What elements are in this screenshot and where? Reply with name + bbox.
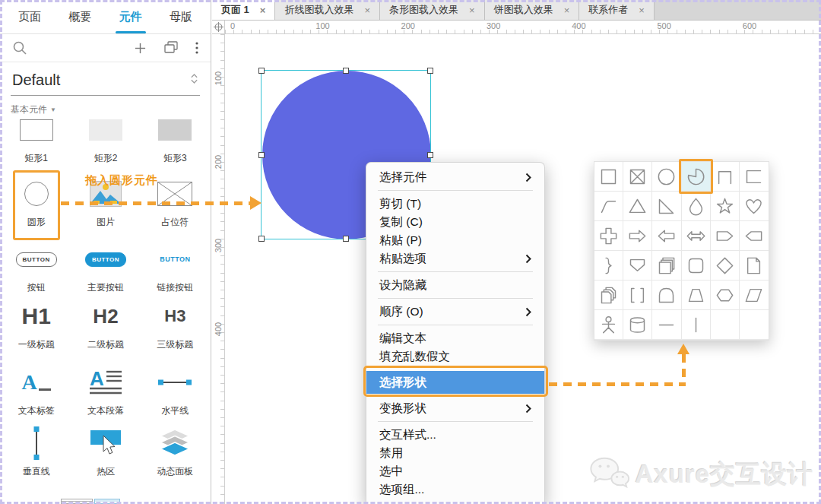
widget-h2[interactable]: H2二级标题 <box>71 299 140 351</box>
close-icon[interactable]: × <box>564 5 570 15</box>
widget-h-line[interactable]: 水平线 <box>141 365 210 417</box>
search-icon[interactable] <box>12 40 27 55</box>
menu-item-选择元件[interactable]: 选择元件 <box>366 168 544 186</box>
shape-option-diamond[interactable] <box>711 251 740 281</box>
shape-option-pentagon-right[interactable] <box>711 221 740 251</box>
shape-option-brace-right[interactable] <box>594 251 623 281</box>
document-tab[interactable]: 折线图载入效果× <box>275 0 380 20</box>
menu-item-设为隐藏[interactable]: 设为隐藏 <box>366 276 544 294</box>
shape-option-banner-down[interactable] <box>623 251 652 281</box>
widget-button-link[interactable]: BUTTON链接按钮 <box>141 242 210 294</box>
menu-item-粘贴选项[interactable]: 粘贴选项 <box>366 249 544 268</box>
selection-handle[interactable] <box>343 236 349 242</box>
selection-handle[interactable] <box>343 68 349 74</box>
menu-item-选择形状[interactable]: 选择形状 <box>366 371 544 394</box>
widget-rect3[interactable]: 矩形3 <box>141 113 210 165</box>
shape-option-circle[interactable] <box>652 162 681 192</box>
widget-hotspot[interactable]: 热区 <box>71 426 140 478</box>
shape-option-database[interactable] <box>623 310 652 340</box>
shape-option-stack-docs[interactable] <box>594 281 623 310</box>
widget-rect2[interactable]: 矩形2 <box>71 113 140 165</box>
shape-option-stack-squares[interactable] <box>652 251 681 281</box>
kebab-menu-icon[interactable] <box>195 42 198 54</box>
shape-option-xbox[interactable] <box>623 162 652 192</box>
widget-h1[interactable]: H1一级标题 <box>2 299 71 351</box>
shape-option-hexagon[interactable] <box>711 281 740 310</box>
widget-text-label[interactable]: A文本标签 <box>2 365 71 417</box>
selection-handle[interactable] <box>258 68 265 74</box>
menu-item-label: 禁用 <box>379 445 403 461</box>
pages-icon[interactable] <box>163 41 179 55</box>
shape-option-pentagon-left[interactable] <box>740 221 769 251</box>
shape-option-trapezoid[interactable] <box>682 281 711 310</box>
shape-option-teardrop[interactable] <box>682 192 711 221</box>
document-tab[interactable]: 页面 1× <box>212 0 275 20</box>
menu-item-粘贴P[interactable]: 粘贴 (P) <box>366 231 544 249</box>
shape-option-square[interactable] <box>594 162 623 192</box>
shape-option-arrow-double[interactable] <box>682 221 711 251</box>
shape-option-actor[interactable] <box>594 310 623 340</box>
document-tab[interactable]: 条形图载入效果× <box>380 0 485 20</box>
close-icon[interactable]: × <box>469 5 475 15</box>
menu-item-编辑文本[interactable]: 编辑文本 <box>366 329 544 347</box>
selection-handle[interactable] <box>258 236 265 242</box>
shape-option-open-right[interactable] <box>740 162 769 192</box>
menu-item-剪切T[interactable]: 剪切 (T) <box>366 195 544 213</box>
shape-option-arrow-right[interactable] <box>623 221 652 251</box>
library-select[interactable]: Default <box>11 68 200 96</box>
shape-option-h-line[interactable] <box>652 310 681 340</box>
teardrop-icon <box>686 196 706 217</box>
widget-v-line[interactable]: 垂直线 <box>2 426 71 478</box>
document-tab-label: 饼图载入效果 <box>494 3 553 17</box>
widget-dynamic-panel[interactable]: 动态面板 <box>141 426 210 478</box>
menu-item-填充乱数假文[interactable]: 填充乱数假文 <box>366 347 544 366</box>
shape-option-v-line[interactable] <box>682 310 711 340</box>
panel-tab-母版[interactable]: 母版 <box>165 0 197 33</box>
shape-option-arrow-left[interactable] <box>652 221 681 251</box>
document-tab[interactable]: 饼图载入效果× <box>485 0 580 20</box>
selection-handle[interactable] <box>427 68 433 74</box>
widget-button-primary[interactable]: BUTTON主要按钮 <box>71 242 140 294</box>
ruler-origin-crosshair-icon[interactable] <box>212 21 225 34</box>
widget-button[interactable]: BUTTON按钮 <box>2 242 71 294</box>
document-icon <box>743 255 764 276</box>
shape-option-right-triangle[interactable] <box>652 192 681 221</box>
menu-separator <box>378 190 533 191</box>
shape-option-star[interactable] <box>711 192 740 221</box>
menu-item-禁用[interactable]: 禁用 <box>366 444 544 462</box>
panel-tab-元件[interactable]: 元件 <box>115 0 147 33</box>
menu-item-选中[interactable]: 选中 <box>366 462 544 480</box>
close-icon[interactable]: × <box>364 5 370 15</box>
submenu-chevron-icon <box>525 404 531 414</box>
shape-option-brackets[interactable] <box>623 281 652 310</box>
selection-handle[interactable] <box>427 152 433 158</box>
close-icon[interactable]: × <box>639 5 645 15</box>
shape-option-arch[interactable] <box>652 281 681 310</box>
menu-item-选项组[interactable]: 选项组... <box>366 480 544 499</box>
dynamic-panel-icon <box>157 426 192 461</box>
widget-label: 一级标题 <box>18 338 55 351</box>
widget-text-paragraph[interactable]: A文本段落 <box>71 365 140 417</box>
shape-option-cross[interactable] <box>594 221 623 251</box>
menu-item-变换形状[interactable]: 变换形状 <box>366 399 544 417</box>
menu-item-顺序O[interactable]: 顺序 (O) <box>366 303 544 321</box>
shape-option-heart[interactable] <box>740 192 769 221</box>
document-tab[interactable]: 联系作者× <box>579 0 655 20</box>
shape-option-pie[interactable] <box>682 162 711 192</box>
panel-tab-概要[interactable]: 概要 <box>64 0 96 33</box>
shape-option-open-bottom[interactable] <box>711 162 740 192</box>
close-icon[interactable]: × <box>260 5 266 15</box>
shape-option-document[interactable] <box>740 251 769 281</box>
menu-item-复制C[interactable]: 复制 (C) <box>366 213 544 231</box>
widget-h3[interactable]: H3三级标题 <box>141 299 210 351</box>
panel-tab-页面[interactable]: 页面 <box>14 0 46 33</box>
add-icon[interactable] <box>134 42 147 55</box>
selection-handle[interactable] <box>258 152 265 158</box>
shape-option-rounded-square[interactable] <box>682 251 711 281</box>
shape-option-parallelogram[interactable] <box>740 281 769 310</box>
triangle-icon <box>627 196 648 217</box>
menu-item-交互样式[interactable]: 交互样式... <box>366 426 544 444</box>
shape-option-triangle[interactable] <box>623 192 652 221</box>
shape-option-slant-top[interactable] <box>594 192 623 221</box>
widget-rect1[interactable]: 矩形1 <box>2 113 71 165</box>
